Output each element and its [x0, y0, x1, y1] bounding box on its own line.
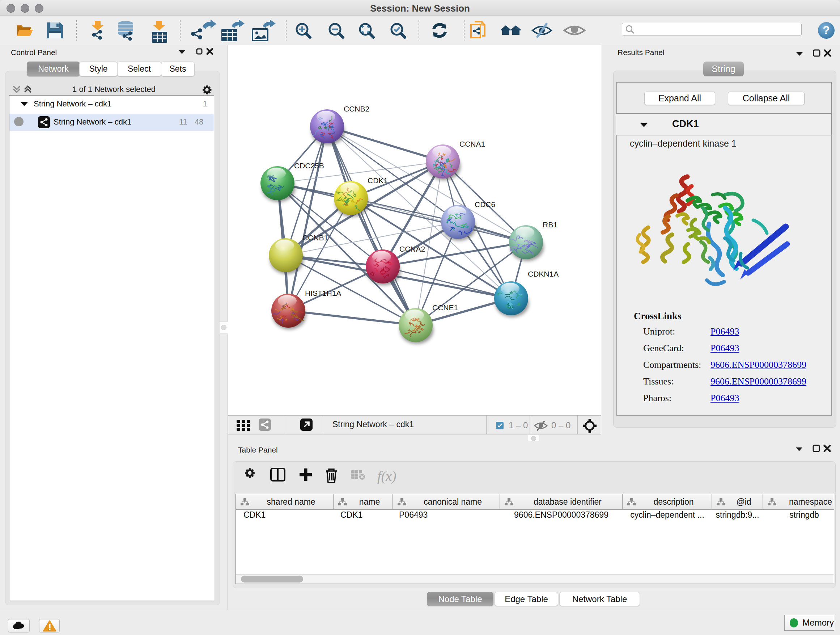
svg-text:CCNB2: CCNB2	[344, 105, 369, 113]
svg-text:HIST1H1A: HIST1H1A	[305, 289, 341, 297]
svg-text:RB1: RB1	[543, 220, 557, 229]
svg-text:CCNB1: CCNB1	[302, 233, 328, 242]
svg-text:CDKN1A: CDKN1A	[528, 270, 559, 278]
svg-text:CCNA1: CCNA1	[459, 140, 485, 148]
svg-text:f(x): f(x)	[377, 469, 396, 484]
svg-text:CDC6: CDC6	[475, 200, 495, 209]
svg-text:CDK1: CDK1	[368, 176, 388, 185]
svg-text:CDC25B: CDC25B	[294, 162, 324, 170]
svg-text:CCNA2: CCNA2	[399, 245, 425, 253]
svg-text:CCNE1: CCNE1	[432, 303, 458, 312]
